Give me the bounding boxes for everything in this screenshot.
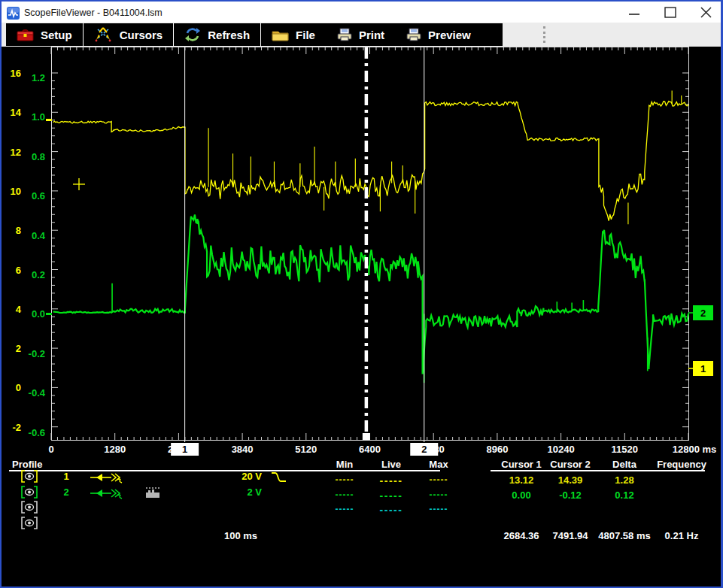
cursor2-time: 7491.94 xyxy=(544,530,597,541)
meas-row3-live: ----- xyxy=(369,504,414,516)
meas-row1-live: ----- xyxy=(369,474,414,486)
col-header-min: Min xyxy=(322,459,367,470)
ch2-position-marker xyxy=(46,313,52,315)
channel-marker-label: 2 xyxy=(700,308,706,319)
print-preview-icon xyxy=(406,28,421,41)
print-button[interactable]: Print xyxy=(326,23,395,46)
channel2-visibility-toggle[interactable] xyxy=(20,486,38,502)
setup-label: Setup xyxy=(41,29,72,41)
refresh-button[interactable]: Refresh xyxy=(174,23,260,46)
frequency-value: 0.21 Hz xyxy=(655,530,708,541)
meas-row2-min: ----- xyxy=(322,489,367,500)
channel1-number: 1 xyxy=(60,471,72,482)
channel1-probe-icon xyxy=(90,471,123,483)
y-axis-ch2-label: -0.4 xyxy=(29,387,46,399)
refresh-icon xyxy=(184,27,201,42)
envelope-mode-icon xyxy=(145,486,160,499)
x-axis-label: 0 xyxy=(48,444,53,455)
cursor1-ch1-value: 13.12 xyxy=(495,474,548,486)
toolbar-drag-handle[interactable] xyxy=(543,26,548,43)
y-axis-ch1-label: 8 xyxy=(16,225,21,236)
measurement-panel: Profile Min Live Max Cursor 1 Cursor 2 D… xyxy=(0,456,723,547)
maximize-button[interactable] xyxy=(659,5,682,21)
meas-row3-min: ----- xyxy=(322,504,367,514)
y-axis-ch2-label: 0.2 xyxy=(32,269,45,280)
cursor1-time: 2684.36 xyxy=(495,530,548,541)
channel4-visibility-toggle[interactable] xyxy=(20,517,38,532)
cursor1-ch2-value: 0.00 xyxy=(495,489,548,501)
timebase-value: 100 ms xyxy=(214,530,267,541)
y-axis-ch2-label: 1.2 xyxy=(32,72,45,83)
x-axis-label: 11520 xyxy=(612,444,638,455)
cursor2-flag-label[interactable]: 2 xyxy=(421,444,427,455)
eye-icon xyxy=(20,486,38,499)
file-button[interactable]: File xyxy=(261,23,326,46)
col-header-frequency: Frequency xyxy=(655,459,708,470)
x-axis-label: 5120 xyxy=(295,444,317,455)
col-header-cursor2: Cursor 2 xyxy=(544,459,597,470)
x-axis-label: 1280 xyxy=(104,444,126,455)
transport-bar: 00:15:182 x128 xyxy=(0,547,723,588)
print-label: Print xyxy=(359,29,384,41)
channel1-range: 20 V xyxy=(223,471,262,482)
meas-row1-max: ----- xyxy=(416,474,461,485)
y-axis-ch1-label: 0 xyxy=(16,382,21,393)
waveform-plot[interactable]: 1614121086420-21.21.00.80.60.40.20.0-0.2… xyxy=(0,47,723,456)
toolbar: Setup Cursors Refresh xyxy=(0,23,723,47)
ch1-trace xyxy=(53,102,688,221)
col-header-max: Max xyxy=(416,459,461,470)
printer-icon xyxy=(336,28,352,41)
window-border xyxy=(0,0,2,588)
folder-icon xyxy=(272,29,289,41)
profile-title: Profile xyxy=(12,459,42,470)
eye-icon xyxy=(20,517,38,529)
scope-display: 1614121086420-21.21.00.80.60.40.20.0-0.2… xyxy=(0,47,723,456)
x-axis-label: 8960 xyxy=(486,444,508,455)
delta-ch1-value: 1.28 xyxy=(598,474,651,486)
meas-row3-max: ----- xyxy=(416,504,461,514)
channel2-range: 2 V xyxy=(223,486,262,498)
cursors-button[interactable]: Cursors xyxy=(84,23,174,46)
divider xyxy=(491,470,705,471)
y-axis-ch1-label: 2 xyxy=(16,343,21,354)
y-axis-ch2-label: -0.2 xyxy=(29,348,45,359)
y-axis-ch1-label: 4 xyxy=(16,304,22,315)
x-axis-label: 10240 xyxy=(548,444,575,455)
trigger-position-marker[interactable] xyxy=(363,433,370,440)
meas-row2-live: ----- xyxy=(369,489,414,502)
y-axis-ch2-label: -0.6 xyxy=(29,427,45,438)
y-axis-ch1-label: 12 xyxy=(11,147,21,158)
y-axis-ch1-label: 10 xyxy=(11,186,21,197)
delta-time: 4807.58 ms xyxy=(594,530,655,541)
eye-icon xyxy=(20,501,38,514)
channel-marker-label: 1 xyxy=(700,363,706,374)
y-axis-ch2-label: 0.4 xyxy=(32,230,46,241)
x-axis-label: 3840 xyxy=(232,444,254,455)
delta-ch2-value: 0.12 xyxy=(598,489,651,501)
minimize-button[interactable] xyxy=(623,5,646,21)
file-label: File xyxy=(296,29,315,41)
y-axis-ch2-label: 0.8 xyxy=(32,151,45,162)
preview-button[interactable]: Preview xyxy=(395,23,481,46)
channel1-visibility-toggle[interactable] xyxy=(20,470,38,486)
y-axis-ch2-label: 0.6 xyxy=(32,190,45,202)
cursor1-flag-label[interactable]: 1 xyxy=(182,444,187,455)
ch1-position-marker xyxy=(46,119,52,121)
channel2-number: 2 xyxy=(60,486,72,498)
meas-row2-max: ----- xyxy=(416,489,461,500)
refresh-label: Refresh xyxy=(208,29,250,41)
cursor2-ch1-value: 14.39 xyxy=(544,474,597,486)
title-bar: ScopeFileViewer - B0411004.lsm xyxy=(0,0,723,24)
channel3-visibility-toggle[interactable] xyxy=(20,501,38,517)
channel2-probe-icon xyxy=(90,487,123,499)
y-axis-ch2-label: 1.0 xyxy=(32,111,45,123)
falling-edge-trigger-icon xyxy=(271,471,287,483)
y-axis-ch1-label: 16 xyxy=(11,68,21,79)
y-axis-ch1-label: 14 xyxy=(11,107,22,118)
close-button[interactable] xyxy=(695,5,718,21)
meas-row1-min: ----- xyxy=(322,474,367,485)
x-axis-label: 6400 xyxy=(359,444,381,455)
setup-button[interactable]: Setup xyxy=(6,23,83,46)
window-title: ScopeFileViewer - B0411004.lsm xyxy=(24,8,163,18)
eye-icon xyxy=(20,470,38,483)
